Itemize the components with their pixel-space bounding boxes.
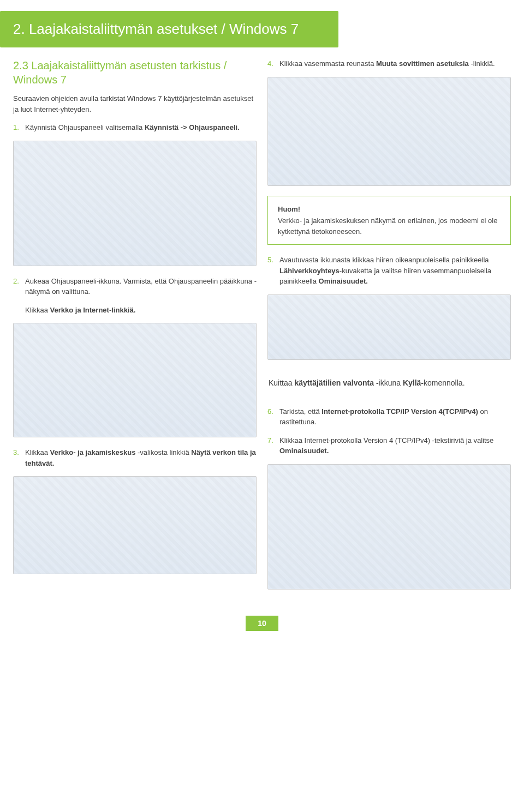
- page-number: 10: [246, 616, 278, 631]
- step-1-text: Käynnistä Ohjauspaneeli valitsemalla Käy…: [25, 122, 257, 133]
- step-number: 7.: [267, 435, 275, 456]
- screenshot-network-sharing: [267, 77, 511, 186]
- intro-paragraph: Seuraavien ohjeiden avulla tarkistat Win…: [13, 93, 257, 115]
- right-column: 4. Klikkaa vasemmasta reunasta Muuta sov…: [267, 58, 511, 599]
- left-column: 2.3 Laajakaistaliittymän asetusten tarki…: [13, 58, 257, 599]
- step-7-text: Klikkaa Internet-protokolla Version 4 (T…: [279, 435, 511, 456]
- step-2: 2. Aukeaa Ohjauspaneeli-ikkuna. Varmista…: [13, 276, 257, 297]
- uac-note: Kuittaa käyttäjätilien valvonta -ikkuna …: [267, 370, 511, 396]
- step-number: 2.: [13, 276, 21, 297]
- screenshot-properties-dialog: [267, 464, 511, 590]
- step-3: 3. Klikkaa Verkko- ja jakamiskeskus -val…: [13, 447, 257, 468]
- note-body: Verkko- ja jakamiskeskuksen näkymä on er…: [278, 216, 497, 236]
- note-box: Huom! Verkko- ja jakamiskeskuksen näkymä…: [267, 196, 511, 245]
- step-1: 1. Käynnistä Ohjauspaneeli valitsemalla …: [13, 122, 257, 133]
- step-5: 5. Avautuvasta ikkunasta klikkaa hiiren …: [267, 255, 511, 287]
- screenshot-start-menu: [13, 141, 257, 266]
- step-6-text: Tarkista, että Internet-protokolla TCP/I…: [279, 406, 511, 428]
- chapter-title: 2. Laajakaistaliittymän asetukset / Wind…: [13, 21, 325, 38]
- screenshot-network-internet: [13, 476, 257, 574]
- note-title: Huom!: [278, 204, 501, 215]
- screenshot-control-panel: [13, 323, 257, 437]
- section-title: 2.3 Laajakaistaliittymän asetusten tarki…: [13, 58, 257, 87]
- step-6: 6. Tarkista, että Internet-protokolla TC…: [267, 406, 511, 428]
- step-number: 4.: [267, 58, 275, 69]
- step-4: 4. Klikkaa vasemmasta reunasta Muuta sov…: [267, 58, 511, 69]
- step-number: 3.: [13, 447, 21, 468]
- step-number: 5.: [267, 255, 275, 287]
- step-7: 7. Klikkaa Internet-protokolla Version 4…: [267, 435, 511, 456]
- screenshot-adapter-context: [267, 294, 511, 360]
- step-number: 6.: [267, 406, 275, 428]
- step-2-text: Aukeaa Ohjauspaneeli-ikkuna. Varmista, e…: [25, 276, 257, 297]
- chapter-header: 2. Laajakaistaliittymän asetukset / Wind…: [0, 11, 338, 47]
- step-4-text: Klikkaa vasemmasta reunasta Muuta sovitt…: [279, 58, 511, 69]
- step-number: 1.: [13, 122, 21, 133]
- step-5-text: Avautuvasta ikkunasta klikkaa hiiren oik…: [279, 255, 511, 287]
- step-3-text: Klikkaa Verkko- ja jakamiskeskus -valiko…: [25, 447, 257, 468]
- step-2-line2: Klikkaa Verkko ja Internet-linkkiä.: [25, 305, 257, 316]
